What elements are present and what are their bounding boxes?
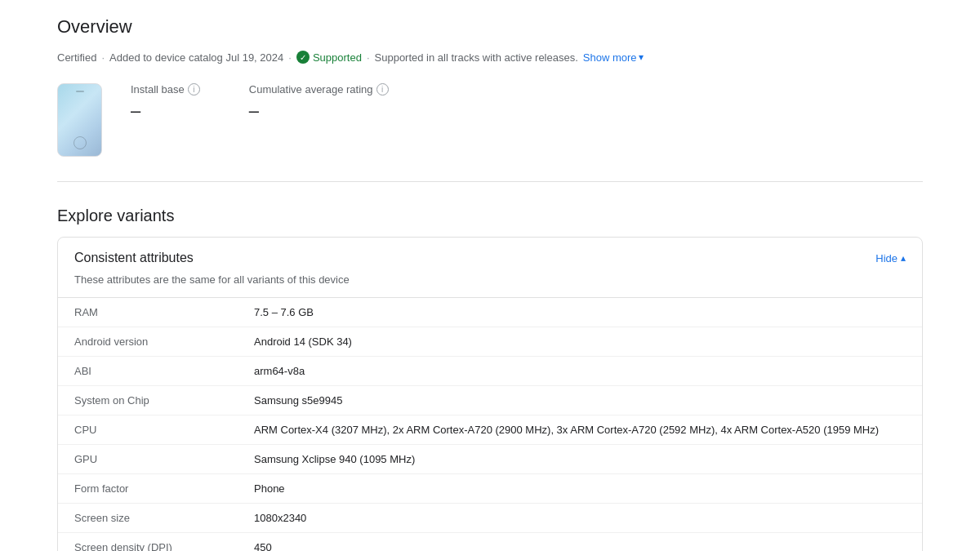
chevron-down-icon: ▾ bbox=[639, 51, 644, 63]
attributes-table: RAM 7.5 – 7.6 GB Android version Android… bbox=[58, 297, 922, 551]
install-base-label-row: Install base i bbox=[131, 83, 200, 96]
attribute-value: 450 bbox=[238, 533, 922, 552]
supported-badge: ✓ Supported bbox=[296, 51, 362, 64]
attribute-row: Form factor Phone bbox=[58, 474, 922, 504]
attribute-key: System on Chip bbox=[58, 386, 238, 415]
attribute-value: Phone bbox=[238, 474, 922, 504]
attribute-row: GPU Samsung Xclipse 940 (1095 MHz) bbox=[58, 445, 922, 474]
explore-variants-title: Explore variants bbox=[57, 190, 923, 237]
attribute-value: arm64-v8a bbox=[238, 357, 922, 386]
attribute-row: RAM 7.5 – 7.6 GB bbox=[58, 298, 922, 327]
attributes-subtitle: These attributes are the same for all va… bbox=[58, 273, 922, 297]
attribute-key: CPU bbox=[58, 415, 238, 445]
overview-title: Overview bbox=[57, 0, 923, 46]
cumulative-rating-stat: Cumulative average rating i – bbox=[249, 83, 389, 122]
install-base-value: – bbox=[131, 100, 200, 122]
attribute-row: Screen size 1080x2340 bbox=[58, 504, 922, 533]
attribute-key: Screen density (DPI) bbox=[58, 533, 238, 552]
attribute-key: Screen size bbox=[58, 504, 238, 533]
show-more-button[interactable]: Show more ▾ bbox=[583, 51, 644, 64]
device-image bbox=[57, 83, 102, 157]
dot-separator-1: · bbox=[101, 51, 105, 64]
install-base-label: Install base bbox=[131, 83, 185, 96]
section-divider-1 bbox=[57, 181, 923, 182]
attribute-row: System on Chip Samsung s5e9945 bbox=[58, 386, 922, 415]
install-base-info-icon[interactable]: i bbox=[188, 83, 200, 96]
cumulative-rating-value: – bbox=[249, 100, 389, 122]
attributes-header-title: Consistent attributes bbox=[74, 251, 194, 265]
attribute-key: RAM bbox=[58, 298, 238, 327]
attribute-value: Android 14 (SDK 34) bbox=[238, 327, 922, 357]
cert-date: Added to device catalog Jul 19, 2024 bbox=[109, 51, 283, 64]
device-overview-row: Install base i – Cumulative average rati… bbox=[57, 75, 923, 173]
hide-button[interactable]: Hide ▴ bbox=[875, 252, 906, 264]
attribute-key: Form factor bbox=[58, 474, 238, 504]
cert-bar: Certified · Added to device catalog Jul … bbox=[57, 46, 923, 75]
attribute-row: Screen density (DPI) 450 bbox=[58, 533, 922, 552]
cert-label: Certified bbox=[57, 51, 96, 64]
cumulative-rating-label: Cumulative average rating bbox=[249, 83, 373, 96]
attribute-key: GPU bbox=[58, 445, 238, 474]
attribute-row: CPU ARM Cortex-X4 (3207 MHz), 2x ARM Cor… bbox=[58, 415, 922, 445]
attribute-value: ARM Cortex-X4 (3207 MHz), 2x ARM Cortex-… bbox=[238, 415, 922, 445]
stat-group: Install base i – Cumulative average rati… bbox=[131, 83, 389, 122]
show-more-label: Show more bbox=[583, 51, 637, 64]
attribute-key: ABI bbox=[58, 357, 238, 386]
cumulative-rating-label-row: Cumulative average rating i bbox=[249, 83, 389, 96]
dot-separator-2: · bbox=[288, 51, 292, 64]
attribute-value: 1080x2340 bbox=[238, 504, 922, 533]
dot-separator-3: · bbox=[367, 51, 370, 64]
device-image-container bbox=[57, 83, 106, 157]
hide-label: Hide bbox=[875, 252, 898, 264]
attribute-key: Android version bbox=[58, 327, 238, 357]
supported-in-tracks: Supported in all tracks with active rele… bbox=[375, 51, 578, 64]
attribute-row: Android version Android 14 (SDK 34) bbox=[58, 327, 922, 357]
chevron-up-icon: ▴ bbox=[901, 252, 906, 264]
attribute-value: 7.5 – 7.6 GB bbox=[238, 298, 922, 327]
attribute-value: Samsung Xclipse 940 (1095 MHz) bbox=[238, 445, 922, 474]
supported-label: Supported bbox=[313, 51, 362, 64]
cumulative-rating-info-icon[interactable]: i bbox=[376, 83, 389, 96]
attribute-value: Samsung s5e9945 bbox=[238, 386, 922, 415]
install-base-stat: Install base i – bbox=[131, 83, 200, 122]
consistent-attributes-section: Consistent attributes Hide ▴ These attri… bbox=[57, 237, 923, 551]
attribute-row: ABI arm64-v8a bbox=[58, 357, 922, 386]
attributes-header: Consistent attributes Hide ▴ bbox=[58, 238, 922, 273]
check-icon: ✓ bbox=[296, 51, 310, 64]
